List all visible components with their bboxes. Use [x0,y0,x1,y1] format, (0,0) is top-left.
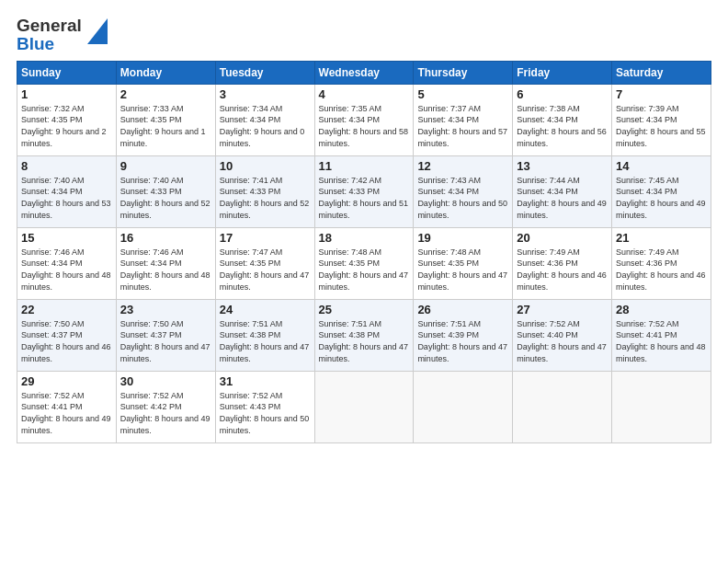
day-cell: 3Sunrise: 7:34 AMSunset: 4:34 PMDaylight… [215,84,314,155]
day-number: 2 [120,87,211,101]
week-row-2: 8Sunrise: 7:40 AMSunset: 4:34 PMDaylight… [17,155,711,227]
day-info: Sunrise: 7:52 AMSunset: 4:41 PMDaylight:… [616,318,707,364]
day-cell: 6Sunrise: 7:38 AMSunset: 4:34 PMDaylight… [513,84,612,155]
day-info: Sunrise: 7:51 AMSunset: 4:39 PMDaylight:… [417,318,508,364]
day-number: 18 [319,231,410,245]
day-info: Sunrise: 7:38 AMSunset: 4:34 PMDaylight:… [517,103,608,149]
day-cell: 10Sunrise: 7:41 AMSunset: 4:33 PMDayligh… [215,155,314,227]
day-info: Sunrise: 7:39 AMSunset: 4:34 PMDaylight:… [616,103,707,149]
day-number: 12 [417,159,508,173]
day-number: 6 [517,87,608,101]
day-number: 16 [120,231,211,245]
day-cell [513,371,612,442]
day-number: 3 [220,87,311,101]
day-info: Sunrise: 7:50 AMSunset: 4:37 PMDaylight:… [21,318,112,364]
day-info: Sunrise: 7:52 AMSunset: 4:42 PMDaylight:… [120,390,211,436]
day-cell: 17Sunrise: 7:47 AMSunset: 4:35 PMDayligh… [215,227,314,299]
day-info: Sunrise: 7:37 AMSunset: 4:34 PMDaylight:… [417,103,508,149]
day-number: 20 [517,231,608,245]
day-info: Sunrise: 7:46 AMSunset: 4:34 PMDaylight:… [120,247,211,293]
header-cell-sunday: Sunday [17,61,117,84]
day-info: Sunrise: 7:51 AMSunset: 4:38 PMDaylight:… [220,318,311,364]
day-cell: 4Sunrise: 7:35 AMSunset: 4:34 PMDaylight… [314,84,414,155]
day-cell: 23Sunrise: 7:50 AMSunset: 4:37 PMDayligh… [116,299,215,371]
day-cell: 28Sunrise: 7:52 AMSunset: 4:41 PMDayligh… [612,299,711,371]
day-info: Sunrise: 7:47 AMSunset: 4:35 PMDaylight:… [220,247,311,293]
day-cell: 18Sunrise: 7:48 AMSunset: 4:35 PMDayligh… [314,227,414,299]
day-info: Sunrise: 7:52 AMSunset: 4:41 PMDaylight:… [21,390,112,436]
header: General Blue [17,17,711,53]
week-row-1: 1Sunrise: 7:32 AMSunset: 4:35 PMDaylight… [17,84,711,155]
day-cell: 20Sunrise: 7:49 AMSunset: 4:36 PMDayligh… [513,227,612,299]
day-info: Sunrise: 7:42 AMSunset: 4:33 PMDaylight:… [319,175,410,221]
day-info: Sunrise: 7:41 AMSunset: 4:33 PMDaylight:… [220,175,311,221]
header-cell-tuesday: Tuesday [215,61,314,84]
day-cell: 11Sunrise: 7:42 AMSunset: 4:33 PMDayligh… [314,155,414,227]
day-info: Sunrise: 7:33 AMSunset: 4:35 PMDaylight:… [120,103,211,149]
day-cell: 1Sunrise: 7:32 AMSunset: 4:35 PMDaylight… [17,84,117,155]
day-info: Sunrise: 7:46 AMSunset: 4:34 PMDaylight:… [21,247,112,293]
day-number: 15 [21,231,112,245]
day-cell: 31Sunrise: 7:52 AMSunset: 4:43 PMDayligh… [215,371,314,442]
day-number: 13 [517,159,608,173]
day-cell: 16Sunrise: 7:46 AMSunset: 4:34 PMDayligh… [116,227,215,299]
day-number: 17 [220,231,311,245]
day-cell: 25Sunrise: 7:51 AMSunset: 4:38 PMDayligh… [314,299,414,371]
day-number: 4 [319,87,410,101]
day-info: Sunrise: 7:35 AMSunset: 4:34 PMDaylight:… [319,103,410,149]
day-info: Sunrise: 7:34 AMSunset: 4:34 PMDaylight:… [220,103,311,149]
day-number: 14 [616,159,707,173]
day-cell: 14Sunrise: 7:45 AMSunset: 4:34 PMDayligh… [612,155,711,227]
day-cell: 12Sunrise: 7:43 AMSunset: 4:34 PMDayligh… [414,155,513,227]
logo-blue: Blue [17,34,54,53]
day-number: 24 [220,303,311,316]
day-cell: 7Sunrise: 7:39 AMSunset: 4:34 PMDaylight… [612,84,711,155]
day-cell: 27Sunrise: 7:52 AMSunset: 4:40 PMDayligh… [513,299,612,371]
day-number: 28 [616,303,707,316]
day-cell: 19Sunrise: 7:48 AMSunset: 4:35 PMDayligh… [414,227,513,299]
day-info: Sunrise: 7:50 AMSunset: 4:37 PMDaylight:… [120,318,211,364]
day-number: 22 [21,303,112,316]
day-number: 1 [21,87,112,101]
calendar-table: SundayMondayTuesdayWednesdayThursdayFrid… [17,61,711,443]
day-number: 25 [319,303,410,316]
day-cell: 29Sunrise: 7:52 AMSunset: 4:41 PMDayligh… [17,371,117,442]
day-number: 5 [417,87,508,101]
day-cell: 21Sunrise: 7:49 AMSunset: 4:36 PMDayligh… [612,227,711,299]
day-info: Sunrise: 7:40 AMSunset: 4:34 PMDaylight:… [21,175,112,221]
day-cell: 13Sunrise: 7:44 AMSunset: 4:34 PMDayligh… [513,155,612,227]
header-cell-thursday: Thursday [414,61,513,84]
day-cell: 24Sunrise: 7:51 AMSunset: 4:38 PMDayligh… [215,299,314,371]
day-cell: 9Sunrise: 7:40 AMSunset: 4:33 PMDaylight… [116,155,215,227]
day-cell [414,371,513,442]
day-number: 29 [21,374,112,388]
day-cell: 8Sunrise: 7:40 AMSunset: 4:34 PMDaylight… [17,155,117,227]
day-info: Sunrise: 7:49 AMSunset: 4:36 PMDaylight:… [616,247,707,293]
day-number: 30 [120,374,211,388]
header-row: SundayMondayTuesdayWednesdayThursdayFrid… [17,61,711,84]
day-cell [314,371,414,442]
week-row-3: 15Sunrise: 7:46 AMSunset: 4:34 PMDayligh… [17,227,711,299]
day-cell: 15Sunrise: 7:46 AMSunset: 4:34 PMDayligh… [17,227,117,299]
logo-icon [87,18,108,48]
header-cell-monday: Monday [116,61,215,84]
day-number: 7 [616,87,707,101]
day-number: 11 [319,159,410,173]
day-info: Sunrise: 7:51 AMSunset: 4:38 PMDaylight:… [319,318,410,364]
day-info: Sunrise: 7:44 AMSunset: 4:34 PMDaylight:… [517,175,608,221]
day-number: 10 [220,159,311,173]
week-row-4: 22Sunrise: 7:50 AMSunset: 4:37 PMDayligh… [17,299,711,371]
day-cell: 26Sunrise: 7:51 AMSunset: 4:39 PMDayligh… [414,299,513,371]
day-cell: 30Sunrise: 7:52 AMSunset: 4:42 PMDayligh… [116,371,215,442]
day-cell: 5Sunrise: 7:37 AMSunset: 4:34 PMDaylight… [414,84,513,155]
day-number: 23 [120,303,211,316]
day-number: 31 [220,374,311,388]
day-info: Sunrise: 7:32 AMSunset: 4:35 PMDaylight:… [21,103,112,149]
day-number: 26 [417,303,508,316]
header-cell-friday: Friday [513,61,612,84]
day-number: 19 [417,231,508,245]
day-info: Sunrise: 7:52 AMSunset: 4:40 PMDaylight:… [517,318,608,364]
day-info: Sunrise: 7:49 AMSunset: 4:36 PMDaylight:… [517,247,608,293]
day-info: Sunrise: 7:43 AMSunset: 4:34 PMDaylight:… [417,175,508,221]
day-info: Sunrise: 7:48 AMSunset: 4:35 PMDaylight:… [319,247,410,293]
